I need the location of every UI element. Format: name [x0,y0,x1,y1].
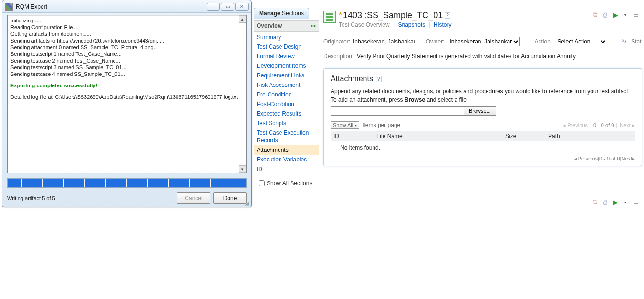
help-icon[interactable]: ? [445,12,450,19]
scroll-up-icon[interactable]: ▲ [239,15,246,23]
items-per-page-label: Items per page [362,122,400,128]
rqm-export-dialog: RQM Export — ▭ ✕ Initializing..... Readi… [2,0,252,207]
log-success: Exporting completed successfully! [10,82,243,89]
subnav-overview: Test Case Overview [339,21,390,28]
log-line: Initializing..... [10,17,243,24]
run-icon[interactable]: ▶ [612,198,620,206]
more-icon[interactable]: ▭ [632,11,640,19]
test-case-content: * 1403 : SS_Sample_TC_01 ? Test Case Ove… [323,11,644,166]
log-line: Reading Configuration File.... [10,24,243,31]
maximize-button[interactable]: ▭ [221,3,234,11]
attachment-path-input[interactable] [331,106,464,116]
pager-prev-icon[interactable]: ◂ [563,122,566,128]
copy-icon[interactable]: ⧉ [591,198,599,206]
action-select[interactable]: Select Action [555,37,607,46]
show-all-checkbox[interactable] [259,180,265,186]
page-title: * 1403 : SS_Sample_TC_01 ? [339,11,591,21]
section-post-condition[interactable]: Post-Condition [254,99,319,109]
items-per-page-select[interactable]: Show All▾ [331,121,359,129]
pager-next-icon[interactable]: ▸ [632,122,635,128]
section-summary[interactable]: Summary [254,32,319,42]
test-case-icon [323,11,336,23]
attachments-heading: Attachments ? [331,75,635,83]
log-line: Getting artifacts from document..... [10,31,243,37]
section-tc-exec-records[interactable]: Test Case Execution Records [254,128,319,145]
dialog-title: RQM Export [16,3,47,10]
show-all-sections[interactable]: Show All Sections [257,179,316,188]
col-size[interactable]: Size [502,131,545,141]
progress-bar [7,178,247,188]
test-case-description: Description: Verify Prior Quarterly Stat… [323,53,644,60]
pager-next-icon[interactable]: ▸ [632,156,635,162]
owner-select[interactable]: Inbasekeran, Jaishankar [447,37,520,46]
help-icon[interactable]: ? [376,76,382,82]
log-line: Sending artifacts to https://syngdcd720.… [10,37,243,44]
run-icon[interactable]: ▶ [612,11,620,19]
test-case-meta: Originator: Inbasekeran, Jaishankar Owne… [323,37,644,46]
print-icon[interactable]: ⎙ [601,198,610,206]
section-pre-condition[interactable]: Pre-Condition [254,90,319,99]
section-expected-results[interactable]: Expected Results [254,109,319,118]
sections-list: Summary Test Case Design Formal Review D… [254,32,319,176]
dirty-star-icon: * [339,11,342,21]
col-id[interactable]: ID [331,131,374,141]
log-line: Sending attachment 0 named SS_Sample_TC_… [10,44,243,51]
section-risk-assessment[interactable]: Risk Assessment [254,80,319,90]
test-case-subnav: Test Case Overview | Snapshots | History [339,21,591,28]
run-menu-icon[interactable]: ▾ [621,11,630,19]
originator-value: Inbasekeran, Jaishankar [353,38,415,45]
attachments-help-1: Append any related documents, designs, o… [331,88,635,95]
section-requirement-links[interactable]: Requirement Links [254,71,319,80]
log-line: Sending testscript 3 named SS_Sample_TC_… [10,64,243,71]
log-line: Sending testscript 1 named Test_Case_Nam… [10,51,243,57]
browse-button[interactable]: Browse... [464,106,496,116]
log-line: Sending testcase 2 named Test_Case_Name.… [10,57,243,64]
col-file[interactable]: File Name [374,131,502,141]
attachments-help-2: To add an attachment, press Browse and s… [331,96,635,103]
refresh-icon[interactable]: ↻ [622,38,626,45]
pager-bottom: ◂ Previous| 0 - 0 of 0| Next ▸ [331,156,635,162]
pager-top: ◂ Previous| 0 - 0 of 0| Next ▸ [563,122,635,128]
run-menu-icon[interactable]: ▾ [621,198,630,206]
pin-icon[interactable]: ⊷ [311,23,316,29]
section-test-scripts[interactable]: Test Scripts [254,118,319,128]
app-icon [5,3,13,11]
empty-message: No items found. [331,141,635,154]
manage-sections-panel: Manage Sections Overview ⊷ Summary Test … [254,8,319,191]
copy-icon[interactable]: ⧉ [591,11,599,19]
sections-overview-header: Overview ⊷ [254,20,319,32]
close-button[interactable]: ✕ [235,3,249,11]
scroll-down-icon[interactable]: ▼ [239,165,246,173]
section-development-items[interactable]: Development Items [254,61,319,71]
table-row: No items found. [331,141,635,154]
manage-sections-tab[interactable]: Manage Sections [254,8,309,19]
resize-grip-icon[interactable]: ◢ [245,200,250,206]
log-path: Detailed log file at: C:\Users\SS32690\A… [10,94,243,100]
section-test-case-design[interactable]: Test Case Design [254,42,319,52]
section-execution-variables[interactable]: Execution Variables [254,155,319,164]
subnav-history[interactable]: History [434,21,451,28]
dialog-title-bar[interactable]: RQM Export — ▭ ✕ [2,0,251,13]
attachments-table: ID File Name Size Path No items found. [331,131,635,154]
export-log[interactable]: Initializing..... Reading Configuration … [7,15,247,173]
subnav-snapshots[interactable]: Snapshots [398,21,426,28]
more-icon[interactable]: ▭ [632,198,640,206]
status-text: Writing artifact 5 of 5 [7,195,55,201]
attachments-panel: Attachments ? Append any related documen… [323,68,642,166]
col-path[interactable]: Path [545,131,635,141]
cancel-button[interactable]: Cancel [177,192,210,204]
section-formal-review[interactable]: Formal Review [254,52,319,61]
minimize-button[interactable]: — [207,3,220,11]
print-icon[interactable]: ⎙ [601,11,610,19]
done-button[interactable]: Done [213,192,247,204]
log-line: Sending testcase 4 named SS_Sample_TC_01… [10,71,243,77]
section-attachments[interactable]: Attachments [254,145,319,155]
section-id[interactable]: ID [254,164,319,174]
